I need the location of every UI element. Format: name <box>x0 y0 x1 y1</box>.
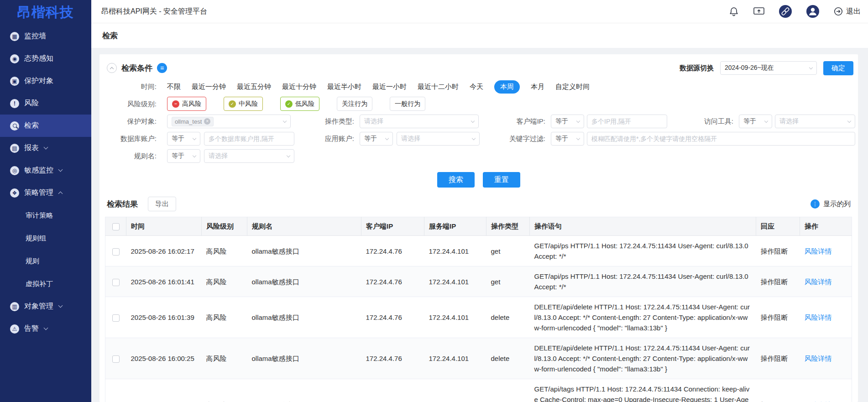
rule-name-select[interactable]: 请选择 <box>204 149 294 163</box>
cell-op-type: delete <box>486 338 530 379</box>
risk-detail-link[interactable]: 风险详情 <box>805 313 832 321</box>
time-option[interactable]: 自定义时间 <box>555 83 590 91</box>
time-option[interactable]: 今天 <box>470 83 483 91</box>
screen-share-icon[interactable] <box>753 6 765 17</box>
cell-risk: 高风险 <box>202 266 247 297</box>
risk-detail-link[interactable]: 风险详情 <box>805 247 832 255</box>
remove-tag-icon[interactable]: × <box>204 118 210 125</box>
cell-rule: ollama敏感接口 <box>247 338 361 379</box>
reset-button[interactable]: 重置 <box>483 172 520 188</box>
rule-name-operator-select[interactable]: 等于 <box>167 149 200 163</box>
time-option[interactable]: 最近一分钟 <box>192 83 226 91</box>
normal-behavior-button[interactable]: 一般行为 <box>390 97 425 111</box>
chevron-down-icon <box>44 145 48 150</box>
logout-button[interactable]: 退出 <box>833 6 861 16</box>
time-option[interactable]: 最近一小时 <box>372 83 407 91</box>
time-option[interactable]: 最近十分钟 <box>282 83 316 91</box>
operator-value: 等于 <box>172 135 184 143</box>
confirm-button[interactable]: 确定 <box>823 61 853 75</box>
app-account-select[interactable]: 请选择 <box>397 132 480 146</box>
client-ip-operator-select[interactable]: 等于 <box>551 115 584 128</box>
cell-op-type: get <box>486 379 530 402</box>
sidebar-item-risk[interactable]: ! 风险 <box>0 92 91 115</box>
row-checkbox[interactable] <box>112 314 120 322</box>
header-operation-type[interactable]: 操作类型 <box>486 217 530 236</box>
header-server-ip[interactable]: 服务端IP <box>424 217 486 236</box>
sidebar-item-sensitive-monitor[interactable]: ◎ 敏感监控 <box>0 159 91 182</box>
sidebar-item-search[interactable]: 检索 <box>0 115 91 137</box>
cell-response: 操作阻断 <box>756 379 800 402</box>
time-option-selected[interactable]: 本周 <box>494 80 520 94</box>
sidebar-subitem-virtual-patch[interactable]: 虚拟补丁 <box>0 272 91 295</box>
cell-response: 操作阻断 <box>756 236 800 266</box>
saved-conditions-icon[interactable]: ≡ <box>157 63 167 73</box>
low-risk-button[interactable]: ✓ 低风险 <box>280 97 319 111</box>
sidebar-item-label: 保护对象 <box>24 76 53 86</box>
sidebar-item-monitor-wall[interactable]: ▦ 监控墙 <box>0 25 91 47</box>
access-tool-operator-select[interactable]: 等于 <box>739 115 772 128</box>
datasource-select[interactable]: 2024-09-26~现在 <box>720 61 817 75</box>
time-option[interactable]: 不限 <box>167 83 181 91</box>
header-response[interactable]: 回应 <box>756 217 800 236</box>
row-checkbox[interactable] <box>112 248 120 256</box>
sidebar-item-policy-management[interactable]: ❖ 策略管理 <box>0 182 91 204</box>
tag-label: ollma_test <box>175 118 202 125</box>
sidebar-subitem-audit-policy[interactable]: 审计策略 <box>0 204 91 227</box>
notification-bell-icon[interactable] <box>728 6 739 17</box>
operation-type-select[interactable]: 请选择 <box>360 115 479 128</box>
export-button[interactable]: 导出 <box>148 197 176 211</box>
risk-options: – 高风险 ✓ 中风险 ✓ 低风险 关注行为 一般行为 <box>167 97 443 111</box>
header-action[interactable]: 操作 <box>800 217 852 236</box>
db-account-operator-select[interactable]: 等于 <box>167 132 200 146</box>
protect-object-select[interactable]: ollma_test × <box>167 115 291 128</box>
keyword-input[interactable] <box>587 132 855 146</box>
app-account-operator-select[interactable]: 等于 <box>360 132 393 146</box>
db-account-input[interactable] <box>204 132 294 146</box>
sidebar-subitem-rule-group[interactable]: 规则组 <box>0 227 91 250</box>
operation-type-label: 操作类型: <box>299 115 354 128</box>
row-checkbox[interactable] <box>112 355 120 363</box>
cell-time: 2025-08-26 16:01:41 <box>126 266 202 297</box>
collapse-conditions-button[interactable] <box>107 63 117 73</box>
sidebar-item-protected-objects[interactable]: ▣ 保护对象 <box>0 70 91 92</box>
time-option[interactable]: 最近半小时 <box>327 83 361 91</box>
header-client-ip[interactable]: 客户端IP <box>361 217 424 236</box>
keyword-operator-select[interactable]: 等于 <box>551 132 584 146</box>
medium-risk-button[interactable]: ✓ 中风险 <box>224 97 263 111</box>
sidebar-item-object-management[interactable]: ▥ 对象管理 <box>0 295 91 318</box>
object-management-icon: ▥ <box>10 302 19 311</box>
filter-row-1: 保护对象: ollma_test × 操作类型: 请选择 客户端IP: 等于 <box>99 113 858 130</box>
access-tool-select[interactable]: 请选择 <box>775 115 855 128</box>
cell-client-ip: 172.24.4.76 <box>361 266 424 297</box>
operator-value: 等于 <box>364 135 377 143</box>
sidebar-nav: ▦ 监控墙 ◉ 态势感知 ▣ 保护对象 ! 风险 检索 ▤ 报表 <box>0 25 91 340</box>
time-option[interactable]: 本月 <box>531 83 544 91</box>
sidebar-item-alarm[interactable]: ⚠ 告警 <box>0 318 91 340</box>
watch-behavior-button[interactable]: 关注行为 <box>337 97 372 111</box>
link-icon[interactable] <box>779 5 792 18</box>
select-all-checkbox[interactable] <box>112 223 120 230</box>
sidebar-item-reports[interactable]: ▤ 报表 <box>0 137 91 159</box>
sidebar-item-label: 对象管理 <box>24 302 53 311</box>
cell-action: 风险详情 <box>800 297 852 338</box>
header-rule-name[interactable]: 规则名 <box>247 217 361 236</box>
cell-risk: 高风险 <box>202 379 247 402</box>
time-option[interactable]: 最近五分钟 <box>237 83 271 91</box>
avatar[interactable] <box>806 5 820 18</box>
sidebar-item-label: 风险 <box>24 99 39 108</box>
row-checkbox[interactable] <box>112 279 120 286</box>
sidebar-subitem-rules[interactable]: 规则 <box>0 250 91 272</box>
cell-rule: ollama敏感接口 <box>247 266 361 297</box>
header-risk-level[interactable]: 风险级别 <box>202 217 247 236</box>
risk-detail-link[interactable]: 风险详情 <box>805 278 832 286</box>
high-risk-button[interactable]: – 高风险 <box>167 97 206 111</box>
search-button[interactable]: 搜索 <box>437 172 475 188</box>
header-operation-statement[interactable]: 操作语句 <box>530 217 756 236</box>
show-columns-toggle[interactable]: ⋮ 显示的列 <box>810 199 851 209</box>
client-ip-input[interactable] <box>587 115 667 128</box>
risk-detail-link[interactable]: 风险详情 <box>805 355 832 362</box>
sensitive-monitor-icon: ◎ <box>10 166 19 175</box>
sidebar-item-situation-awareness[interactable]: ◉ 态势感知 <box>0 47 91 70</box>
header-time[interactable]: 时间 <box>126 217 202 236</box>
time-option[interactable]: 最近十二小时 <box>418 83 459 91</box>
